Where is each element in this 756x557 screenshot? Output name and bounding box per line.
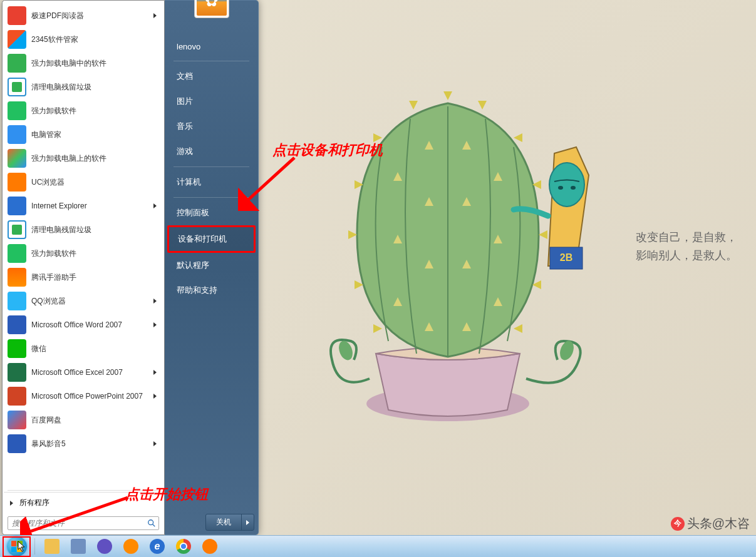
right-item-help-support[interactable]: 帮助和支持 [167,278,256,303]
start-menu-left-panel: 极速PDF阅读器2345软件管家强力卸载电脑中的软件清理电脑残留垃圾强力卸载软件… [2,0,165,535]
shutdown-dropdown[interactable] [242,514,254,530]
calculator-icon[interactable] [65,537,91,556]
program-item-baofeng-icon[interactable]: 暴风影音5 [4,432,163,456]
firefox-icon-glyph [202,539,217,554]
program-item-clean-icon-2[interactable]: 清理电脑残留垃圾 [4,218,163,242]
chrome-icon[interactable] [170,537,197,556]
program-item-qq-browser-icon[interactable]: QQ浏览器 [4,289,163,313]
right-separator [173,166,249,167]
calculator-icon-glyph [71,539,86,554]
program-item-colorful-uninstall-icon[interactable]: 强力卸载电脑上的软件 [4,146,163,170]
separator [8,490,159,491]
magnifier-icon[interactable] [91,537,118,556]
pc-manager-icon [8,125,26,144]
windows-orb-icon [7,536,27,556]
right-item-documents[interactable]: 文档 [167,64,256,89]
program-label: Microsoft Office PowerPoint 2007 [31,392,153,401]
program-list: 极速PDF阅读器2345软件管家强力卸载电脑中的软件清理电脑残留垃圾强力卸载软件… [4,4,163,489]
uninstall-green-icon [8,101,26,120]
right-item-computer[interactable]: 计算机 [167,170,256,195]
program-item-uninstall-green-icon[interactable]: 强力卸载软件 [4,99,163,123]
watermark: 今 头条@木咨 [671,515,750,532]
submenu-arrow-icon [153,203,157,208]
program-item-word-icon[interactable]: Microsoft Office Word 2007 [4,313,163,337]
svg-line-22 [153,524,155,527]
program-label: Internet Explorer [31,202,153,210]
arrow-right-icon [10,501,13,506]
taskbar: e [0,535,756,557]
program-item-wechat-icon[interactable]: 微信 [4,337,163,360]
submenu-arrow-icon [153,441,157,446]
svg-point-19 [558,186,563,190]
program-item-pdf-reader-icon[interactable]: 极速PDF阅读器 [4,4,163,28]
pencil-label: 2B [560,252,572,263]
program-item-tencent-game-icon[interactable]: 腾讯手游助手 [4,265,163,289]
clean-icon [8,78,26,96]
right-item-default-programs[interactable]: 默认程序 [167,253,256,278]
submenu-arrow-icon [153,394,157,399]
program-item-pc-manager-icon[interactable]: 电脑管家 [4,123,163,146]
submenu-arrow-icon [153,299,157,304]
right-item-control-panel[interactable]: 控制面板 [167,200,256,225]
start-menu-right-panel: ✿ lenovo文档图片音乐游戏计算机控制面板设备和打印机默认程序帮助和支持 关… [165,0,259,535]
search-icon [147,519,156,528]
toutiao-icon: 今 [671,517,685,531]
magnifier-icon-glyph [97,539,112,554]
firefox-icon[interactable] [197,537,223,556]
program-item-clean-icon[interactable]: 清理电脑残留垃圾 [4,75,163,99]
right-item-user-folder[interactable]: lenovo [167,35,256,58]
program-item-uninstall-icon[interactable]: 强力卸载电脑中的软件 [4,51,163,75]
taskbar-separator [34,538,35,554]
chevron-right-icon [246,520,249,525]
program-label: QQ浏览器 [31,297,153,305]
submenu-arrow-icon [153,370,157,375]
program-item-uninstall-green-2-icon[interactable]: 强力卸载软件 [4,242,163,265]
software-mgr-2345-icon [8,30,26,49]
wechat-icon [8,339,26,358]
wallpaper-illustration: 2B [301,72,595,441]
wallpaper-quote: 改变自己，是自救， 影响别人，是救人。 [636,228,737,265]
right-item-devices-printers[interactable]: 设备和打印机 [167,225,256,253]
search-row [4,513,163,533]
program-item-software-mgr-2345-icon[interactable]: 2345软件管家 [4,28,163,51]
media-player-icon-glyph [123,539,138,554]
media-player-icon[interactable] [118,537,144,556]
program-item-powerpoint-icon[interactable]: Microsoft Office PowerPoint 2007 [4,384,163,408]
ie-taskbar-icon[interactable]: e [144,537,170,556]
program-label: 百度网盘 [31,416,159,424]
uc-browser-icon [8,173,26,192]
program-label: 极速PDF阅读器 [31,11,153,20]
explorer-icon[interactable] [39,537,65,556]
user-picture-frame[interactable]: ✿ [194,0,229,18]
uninstall-green-2-icon [8,244,26,263]
program-label: 强力卸载电脑上的软件 [31,154,159,163]
all-programs[interactable]: 所有程序 [4,492,163,513]
right-item-music[interactable]: 音乐 [167,114,256,139]
program-item-baidu-pan-icon[interactable]: 百度网盘 [4,408,163,432]
right-item-games[interactable]: 游戏 [167,139,256,164]
program-item-uc-browser-icon[interactable]: UC浏览器 [4,170,163,194]
qq-browser-icon [8,292,26,310]
right-item-pictures[interactable]: 图片 [167,89,256,114]
start-button[interactable] [3,536,31,557]
program-item-excel-icon[interactable]: Microsoft Office Excel 2007 [4,360,163,384]
all-programs-label: 所有程序 [19,498,49,508]
excel-icon [8,363,26,382]
submenu-arrow-icon [153,13,157,18]
baidu-pan-icon [8,411,26,429]
program-label: 清理电脑残留垃圾 [31,83,159,91]
right-separator [173,61,249,61]
uninstall-icon [8,54,26,73]
tencent-game-icon [8,268,26,287]
search-input[interactable] [8,516,159,530]
program-label: 强力卸载电脑中的软件 [31,59,159,68]
explorer-icon-glyph [44,539,60,554]
pdf-reader-icon [8,6,26,25]
program-label: 强力卸载软件 [31,249,159,258]
program-label: 强力卸载软件 [31,106,159,115]
shutdown-button[interactable]: 关机 [205,514,254,531]
ie-taskbar-icon-glyph: e [150,539,165,554]
chrome-icon-glyph [176,539,191,554]
program-label: UC浏览器 [31,178,159,187]
program-item-ie-icon[interactable]: Internet Explorer [4,194,163,218]
